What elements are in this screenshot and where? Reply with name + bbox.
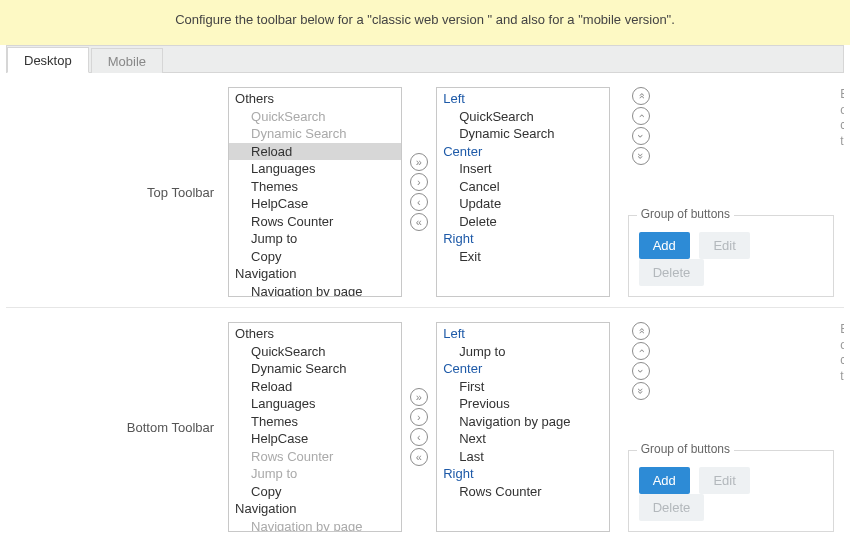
desktop-page: Top Toolbar OthersQuickSearchDynamic Sea… <box>0 73 850 542</box>
list-item[interactable]: Jump to <box>229 465 400 483</box>
list-item[interactable]: Reload <box>229 378 400 396</box>
list-item[interactable]: Rows Counter <box>229 213 400 231</box>
gob-add-button[interactable]: Add <box>639 467 690 494</box>
bottom-group-of-buttons: Group of buttons Add Edit Delete <box>628 450 835 532</box>
move-bottom-icon[interactable]: » <box>632 382 650 400</box>
bottom-toolbar-label: Bottom Toolbar <box>6 322 228 532</box>
top-assigned-list[interactable]: LeftQuickSearchDynamic SearchCenterInser… <box>436 87 609 297</box>
list-item[interactable]: Copy <box>229 483 400 501</box>
bottom-right-column: » › › » Group of buttons Add Edit Delete <box>610 322 835 532</box>
gob-add-button[interactable]: Add <box>639 232 690 259</box>
list-item[interactable]: Insert <box>437 160 608 178</box>
list-item[interactable]: Languages <box>229 395 400 413</box>
list-item[interactable]: Exit <box>437 248 608 266</box>
move-top-icon[interactable]: » <box>632 322 650 340</box>
bottom-side-description: E o c t <box>834 322 844 532</box>
device-tabs: Desktop Mobile <box>6 45 844 73</box>
list-item[interactable]: QuickSearch <box>437 108 608 126</box>
list-group-header: Navigation <box>229 500 400 518</box>
bottom-toolbar-section: Bottom Toolbar OthersQuickSearchDynamic … <box>6 308 844 542</box>
list-group-header: Navigation <box>229 265 400 283</box>
gob-delete-button[interactable]: Delete <box>639 259 705 286</box>
list-item[interactable]: Jump to <box>437 343 608 361</box>
move-all-left-icon[interactable]: « <box>410 448 428 466</box>
move-down-icon[interactable]: › <box>632 362 650 380</box>
list-item[interactable]: Themes <box>229 413 400 431</box>
move-right-icon[interactable]: › <box>410 408 428 426</box>
move-down-icon[interactable]: › <box>632 127 650 145</box>
move-up-icon[interactable]: › <box>632 342 650 360</box>
list-item[interactable]: Delete <box>437 213 608 231</box>
bottom-order-arrows: » › › » <box>632 322 835 400</box>
move-right-icon[interactable]: › <box>410 173 428 191</box>
bottom-transfer-arrows: » › ‹ « <box>402 322 437 532</box>
top-transfer-arrows: » › ‹ « <box>402 87 437 297</box>
list-item[interactable]: Rows Counter <box>229 448 400 466</box>
list-item[interactable]: Languages <box>229 160 400 178</box>
list-item[interactable]: Last <box>437 448 608 466</box>
top-toolbar-label: Top Toolbar <box>6 87 228 297</box>
move-bottom-icon[interactable]: » <box>632 147 650 165</box>
list-item[interactable]: Next <box>437 430 608 448</box>
list-item[interactable]: Navigation by page <box>437 413 608 431</box>
list-group-header: Left <box>437 325 608 343</box>
config-banner: Configure the toolbar below for a "class… <box>0 0 850 45</box>
gob-delete-button[interactable]: Delete <box>639 494 705 521</box>
top-side-description: E o c t <box>834 87 844 297</box>
list-item[interactable]: Dynamic Search <box>437 125 608 143</box>
list-item[interactable]: HelpCase <box>229 195 400 213</box>
list-item[interactable]: Navigation by page <box>229 518 400 532</box>
list-item[interactable]: Copy <box>229 248 400 266</box>
gob-legend: Group of buttons <box>637 442 734 456</box>
top-group-of-buttons: Group of buttons Add Edit Delete <box>628 215 835 297</box>
top-right-column: » › › » Group of buttons Add Edit Delete <box>610 87 835 297</box>
list-item[interactable]: Dynamic Search <box>229 125 400 143</box>
list-item[interactable]: Rows Counter <box>437 483 608 501</box>
list-item[interactable]: Jump to <box>229 230 400 248</box>
top-order-arrows: » › › » <box>632 87 835 165</box>
list-group-header: Right <box>437 465 608 483</box>
list-item[interactable]: Update <box>437 195 608 213</box>
list-item[interactable]: First <box>437 378 608 396</box>
list-group-header: Right <box>437 230 608 248</box>
list-item[interactable]: HelpCase <box>229 430 400 448</box>
list-group-header: Left <box>437 90 608 108</box>
list-item[interactable]: Navigation by page <box>229 283 400 297</box>
list-group-header: Center <box>437 360 608 378</box>
bottom-assigned-list[interactable]: LeftJump toCenterFirstPreviousNavigation… <box>436 322 609 532</box>
move-all-right-icon[interactable]: » <box>410 153 428 171</box>
list-item[interactable]: Reload <box>229 143 400 161</box>
list-item[interactable]: QuickSearch <box>229 343 400 361</box>
gob-edit-button[interactable]: Edit <box>699 232 749 259</box>
bottom-available-list[interactable]: OthersQuickSearchDynamic SearchReloadLan… <box>228 322 401 532</box>
top-toolbar-section: Top Toolbar OthersQuickSearchDynamic Sea… <box>6 73 844 308</box>
list-group-header: Others <box>229 90 400 108</box>
top-available-list[interactable]: OthersQuickSearchDynamic SearchReloadLan… <box>228 87 401 297</box>
move-left-icon[interactable]: ‹ <box>410 428 428 446</box>
list-item[interactable]: Cancel <box>437 178 608 196</box>
list-item[interactable]: Themes <box>229 178 400 196</box>
move-top-icon[interactable]: » <box>632 87 650 105</box>
move-left-icon[interactable]: ‹ <box>410 193 428 211</box>
list-item[interactable]: Previous <box>437 395 608 413</box>
list-group-header: Center <box>437 143 608 161</box>
tab-mobile[interactable]: Mobile <box>91 48 163 73</box>
gob-legend: Group of buttons <box>637 207 734 221</box>
gob-edit-button[interactable]: Edit <box>699 467 749 494</box>
list-item[interactable]: QuickSearch <box>229 108 400 126</box>
tab-desktop[interactable]: Desktop <box>7 47 89 73</box>
list-item[interactable]: Dynamic Search <box>229 360 400 378</box>
move-up-icon[interactable]: › <box>632 107 650 125</box>
list-group-header: Others <box>229 325 400 343</box>
move-all-right-icon[interactable]: » <box>410 388 428 406</box>
move-all-left-icon[interactable]: « <box>410 213 428 231</box>
